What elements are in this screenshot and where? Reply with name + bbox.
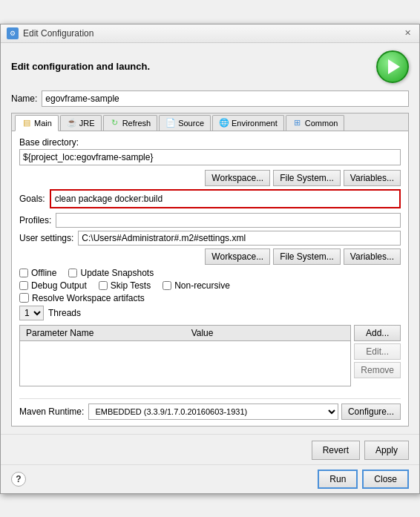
tab-main[interactable]: ▤ Main	[15, 115, 59, 131]
tab-jre[interactable]: ☕ JRE	[60, 115, 102, 131]
user-settings-input[interactable]	[78, 231, 401, 246]
update-snapshots-checkbox-item: Update Snapshots	[68, 268, 154, 278]
help-button[interactable]: ?	[11, 472, 26, 487]
window-icon: ⚙	[7, 27, 19, 39]
tab-jre-label: JRE	[79, 119, 95, 128]
tab-source-label: Source	[178, 119, 204, 128]
params-col-value: Value	[186, 326, 351, 340]
revert-button[interactable]: Revert	[312, 441, 360, 460]
goals-input-wrapper	[50, 189, 401, 208]
workspace-button-1[interactable]: Workspace...	[205, 170, 270, 186]
debug-output-checkbox-item: Debug Output	[19, 280, 87, 291]
non-recursive-label: Non-recursive	[174, 280, 230, 291]
offline-checkbox[interactable]	[19, 269, 28, 277]
params-col-name: Parameter Name	[20, 326, 186, 340]
source-tab-icon: 📄	[165, 118, 176, 128]
add-button[interactable]: Add...	[354, 325, 401, 341]
window-content: Edit configuration and launch. Name: ▤ M…	[1, 43, 419, 434]
close-button-footer[interactable]: Close	[362, 470, 409, 489]
name-input[interactable]	[42, 90, 409, 107]
debug-output-checkbox[interactable]	[19, 281, 28, 290]
variables-button-1[interactable]: Variables...	[344, 170, 401, 186]
params-header: Parameter Name Value	[20, 326, 350, 341]
panel-body: Base directory: Workspace... File System…	[12, 131, 408, 426]
threads-row: 1 2 4 Threads	[19, 306, 401, 320]
goals-input[interactable]	[52, 191, 398, 206]
checkboxes-row-2: Debug Output Skip Tests Non-recursive	[19, 280, 401, 291]
non-recursive-checkbox[interactable]	[163, 281, 171, 290]
params-actions: Add... Edit... Remove	[354, 325, 401, 392]
goals-row: Goals:	[19, 189, 401, 208]
edit-configuration-window: ⚙ Edit Configuration ✕ Edit configuratio…	[0, 24, 420, 494]
base-directory-section: Base directory:	[19, 137, 401, 165]
update-snapshots-checkbox[interactable]	[68, 269, 77, 277]
jre-tab-icon: ☕	[67, 118, 77, 128]
main-panel: ▤ Main ☕ JRE ↻ Refresh 📄 Source 🌐 En	[11, 113, 409, 427]
window-title: Edit Configuration	[23, 28, 93, 39]
base-directory-buttons: Workspace... File System... Variables...	[19, 170, 401, 186]
common-tab-icon: ⊞	[292, 118, 303, 128]
update-snapshots-label: Update Snapshots	[80, 268, 154, 278]
threads-select[interactable]: 1 2 4	[19, 306, 44, 320]
refresh-tab-icon: ↻	[110, 118, 120, 128]
name-row: Name:	[11, 90, 409, 107]
footer-row: ? Run Close	[1, 464, 419, 493]
run-circle-button[interactable]	[376, 50, 409, 83]
profiles-row: Profiles:	[19, 213, 401, 228]
tab-environment-label: Environment	[232, 119, 278, 128]
non-recursive-checkbox-item: Non-recursive	[163, 280, 230, 291]
maven-runtime-row: Maven Runtime: EMBEDDED (3.3.9/1.7.0.201…	[19, 398, 401, 420]
apply-button[interactable]: Apply	[364, 441, 409, 460]
run-button[interactable]: Run	[318, 470, 358, 489]
goals-label: Goals:	[19, 194, 45, 204]
configure-button[interactable]: Configure...	[341, 404, 401, 420]
tab-main-label: Main	[34, 119, 52, 128]
tab-common[interactable]: ⊞ Common	[286, 115, 345, 131]
skip-tests-checkbox[interactable]	[99, 281, 108, 290]
offline-checkbox-item: Offline	[19, 268, 56, 278]
close-button[interactable]: ✕	[401, 27, 413, 39]
tab-source[interactable]: 📄 Source	[159, 115, 211, 131]
threads-label: Threads	[48, 308, 81, 318]
tab-common-label: Common	[305, 119, 338, 128]
user-settings-label: User settings:	[19, 233, 73, 243]
resolve-workspace-checkbox[interactable]	[19, 293, 29, 303]
params-section: Parameter Name Value Add... Edit... Remo…	[19, 325, 401, 392]
params-body[interactable]	[20, 341, 350, 386]
file-system-button-2[interactable]: File System...	[273, 248, 341, 265]
bottom-buttons: Revert Apply	[1, 434, 419, 464]
base-directory-input[interactable]	[19, 149, 401, 165]
remove-button[interactable]: Remove	[354, 362, 401, 378]
base-directory-label: Base directory:	[19, 137, 401, 148]
header-section: Edit configuration and launch.	[11, 50, 409, 83]
profiles-input[interactable]	[56, 213, 401, 228]
title-bar: ⚙ Edit Configuration ✕	[1, 24, 419, 43]
params-table: Parameter Name Value	[19, 325, 351, 386]
skip-tests-checkbox-item: Skip Tests	[99, 280, 151, 291]
checkboxes-row-3: Resolve Workspace artifacts	[19, 293, 401, 303]
tab-refresh[interactable]: ↻ Refresh	[103, 115, 158, 131]
environment-tab-icon: 🌐	[219, 118, 229, 128]
skip-tests-label: Skip Tests	[111, 280, 151, 291]
footer-right: Run Close	[318, 470, 409, 489]
user-settings-buttons: Workspace... File System... Variables...	[19, 248, 401, 265]
header-title: Edit configuration and launch.	[11, 61, 150, 72]
offline-label: Offline	[31, 268, 56, 278]
variables-button-2[interactable]: Variables...	[344, 248, 401, 265]
tab-environment[interactable]: 🌐 Environment	[212, 115, 284, 131]
profiles-label: Profiles:	[19, 215, 51, 225]
tabs-bar: ▤ Main ☕ JRE ↻ Refresh 📄 Source 🌐 En	[12, 113, 408, 131]
edit-button[interactable]: Edit...	[354, 343, 401, 360]
resolve-workspace-label: Resolve Workspace artifacts	[32, 293, 145, 303]
user-settings-row: User settings:	[19, 231, 401, 246]
workspace-button-2[interactable]: Workspace...	[205, 248, 270, 265]
file-system-button-1[interactable]: File System...	[273, 170, 341, 186]
tab-refresh-label: Refresh	[122, 119, 151, 128]
title-bar-left: ⚙ Edit Configuration	[7, 27, 93, 39]
maven-runtime-label: Maven Runtime:	[19, 406, 84, 417]
checkboxes-row-1: Offline Update Snapshots	[19, 268, 401, 278]
maven-runtime-select[interactable]: EMBEDDED (3.3.9/1.7.0.20160603-1931)	[88, 404, 338, 420]
params-table-wrapper: Parameter Name Value	[19, 325, 351, 392]
name-label: Name:	[11, 93, 37, 104]
main-tab-icon: ▤	[22, 118, 32, 128]
